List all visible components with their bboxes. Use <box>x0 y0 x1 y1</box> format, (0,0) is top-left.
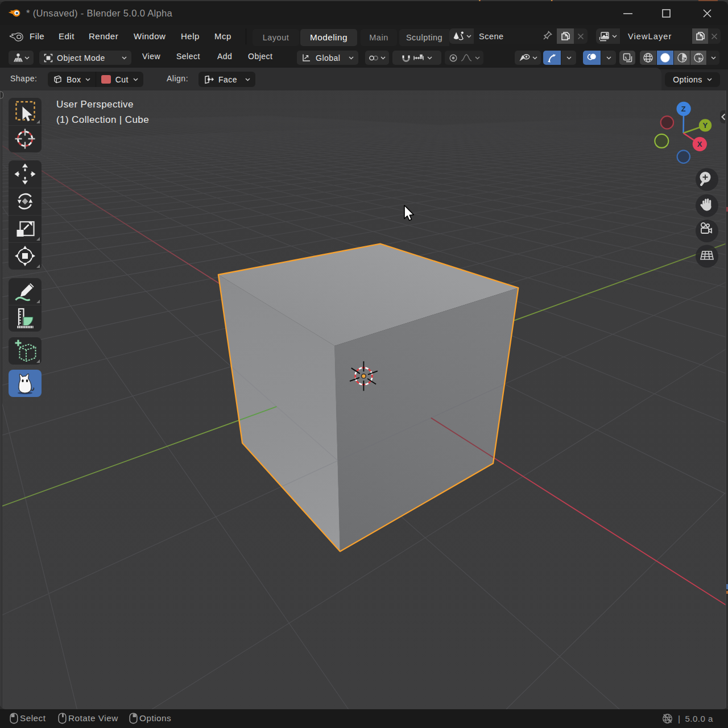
svg-text:X: X <box>697 140 702 148</box>
svg-text:Z: Z <box>681 105 686 113</box>
svg-text:Y: Y <box>702 121 708 130</box>
svg-text:(1) Collection | Cube: (1) Collection | Cube <box>56 114 149 125</box>
svg-text:User Perspective: User Perspective <box>56 99 134 110</box>
